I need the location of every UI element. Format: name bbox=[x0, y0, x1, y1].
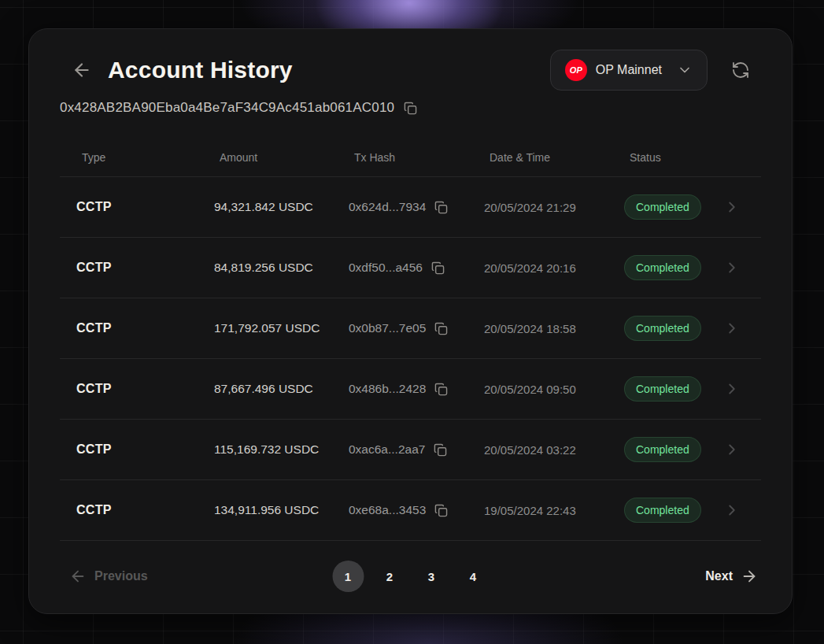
txhash-text: 0xac6a...2aa7 bbox=[349, 442, 425, 457]
copy-txhash-button[interactable] bbox=[433, 381, 449, 398]
next-label: Next bbox=[705, 569, 733, 583]
copy-address-button[interactable] bbox=[402, 100, 419, 117]
copy-icon bbox=[404, 102, 417, 115]
copy-icon bbox=[434, 443, 447, 457]
copy-icon bbox=[434, 383, 448, 396]
cell-amount: 87,667.496 USDC bbox=[198, 382, 332, 396]
network-label: OP Mainnet bbox=[596, 63, 662, 77]
txhash-text: 0x624d...7934 bbox=[349, 200, 426, 214]
card-header: Account History OP OP Mainnet bbox=[29, 29, 792, 91]
cell-status: Completed bbox=[608, 376, 718, 402]
chevron-down-icon bbox=[677, 62, 693, 78]
pagination: Previous 1 2 3 4 Next bbox=[60, 552, 761, 601]
chevron-right-icon bbox=[718, 502, 761, 519]
column-header-datetime: Date & Time bbox=[467, 151, 608, 164]
status-badge: Completed bbox=[624, 194, 701, 220]
cell-datetime: 19/05/2024 22:43 bbox=[467, 504, 608, 517]
txhash-text: 0xe68a...3453 bbox=[349, 503, 426, 517]
copy-icon bbox=[434, 201, 448, 214]
account-history-card: Account History OP OP Mainnet 0x428AB bbox=[28, 28, 793, 614]
status-badge: Completed bbox=[624, 316, 701, 341]
copy-icon bbox=[431, 261, 445, 275]
table-row[interactable]: CCTP 134,911.956 USDC 0xe68a...3453 19/0… bbox=[60, 480, 761, 541]
refresh-icon bbox=[731, 61, 750, 80]
txhash-text: 0x0b87...7e05 bbox=[349, 321, 426, 335]
chevron-right-icon bbox=[718, 441, 761, 458]
cell-status: Completed bbox=[608, 437, 718, 462]
chevron-right-icon bbox=[718, 380, 761, 398]
arrow-left-icon bbox=[72, 60, 92, 80]
cell-txhash: 0x486b...2428 bbox=[332, 381, 467, 398]
chevron-right-icon bbox=[718, 320, 761, 337]
column-header-txhash: Tx Hash bbox=[332, 151, 467, 164]
cell-datetime: 20/05/2024 18:58 bbox=[467, 322, 608, 335]
refresh-button[interactable] bbox=[728, 57, 753, 83]
copy-icon bbox=[434, 504, 448, 517]
page-title: Account History bbox=[108, 57, 293, 83]
cell-datetime: 20/05/2024 21:29 bbox=[467, 201, 608, 214]
page-button-3[interactable]: 3 bbox=[416, 561, 447, 592]
cell-type: CCTP bbox=[60, 442, 198, 457]
chevron-right-icon bbox=[718, 259, 761, 276]
copy-txhash-button[interactable] bbox=[432, 442, 449, 458]
op-network-logo: OP bbox=[565, 59, 587, 81]
address-row: 0x428AB2BA90Eba0a4Be7aF34C9Ac451ab061AC0… bbox=[29, 91, 792, 117]
header-actions: OP OP Mainnet bbox=[550, 50, 753, 91]
cell-type: CCTP bbox=[60, 382, 198, 396]
txhash-text: 0xdf50...a456 bbox=[349, 261, 423, 275]
copy-txhash-button[interactable] bbox=[430, 260, 446, 276]
column-header-status: Status bbox=[608, 151, 718, 164]
page-background: Account History OP OP Mainnet 0x428AB bbox=[0, 0, 824, 644]
transactions-table: Type Amount Tx Hash Date & Time Status C… bbox=[60, 138, 761, 541]
copy-txhash-button[interactable] bbox=[433, 199, 449, 216]
page-button-4[interactable]: 4 bbox=[457, 561, 489, 592]
chevron-right-icon bbox=[718, 198, 761, 216]
cell-status: Completed bbox=[608, 498, 718, 523]
arrow-right-icon bbox=[741, 568, 758, 585]
next-page-button[interactable]: Next bbox=[705, 568, 758, 585]
cell-amount: 115,169.732 USDC bbox=[198, 442, 332, 457]
table-row[interactable]: CCTP 171,792.057 USDC 0x0b87...7e05 20/0… bbox=[60, 298, 761, 359]
page-number-group: 1 2 3 4 bbox=[332, 561, 489, 592]
table-header: Type Amount Tx Hash Date & Time Status bbox=[60, 138, 761, 177]
cell-amount: 134,911.956 USDC bbox=[198, 503, 332, 517]
cell-txhash: 0xdf50...a456 bbox=[332, 260, 467, 276]
status-badge: Completed bbox=[624, 376, 701, 402]
arrow-left-icon bbox=[69, 568, 87, 585]
column-header-amount: Amount bbox=[198, 151, 332, 164]
back-button[interactable] bbox=[68, 57, 95, 83]
cell-datetime: 20/05/2024 20:16 bbox=[467, 261, 608, 275]
cell-amount: 94,321.842 USDC bbox=[198, 200, 332, 214]
table-row[interactable]: CCTP 84,819.256 USDC 0xdf50...a456 20/05… bbox=[60, 238, 761, 298]
status-badge: Completed bbox=[624, 437, 701, 462]
copy-txhash-button[interactable] bbox=[433, 320, 449, 337]
cell-type: CCTP bbox=[60, 321, 198, 335]
cell-amount: 84,819.256 USDC bbox=[198, 261, 332, 275]
txhash-text: 0x486b...2428 bbox=[349, 382, 426, 396]
cell-txhash: 0xe68a...3453 bbox=[332, 502, 467, 519]
cell-datetime: 20/05/2024 09:50 bbox=[467, 383, 608, 396]
copy-icon bbox=[434, 322, 448, 335]
page-button-2[interactable]: 2 bbox=[374, 561, 405, 592]
column-header-type: Type bbox=[60, 151, 198, 164]
cell-txhash: 0x624d...7934 bbox=[332, 199, 467, 216]
cell-type: CCTP bbox=[60, 261, 198, 275]
status-badge: Completed bbox=[624, 498, 701, 523]
cell-status: Completed bbox=[608, 255, 718, 280]
table-row[interactable]: CCTP 87,667.496 USDC 0x486b...2428 20/05… bbox=[60, 359, 761, 420]
previous-page-button[interactable]: Previous bbox=[69, 568, 148, 585]
cell-txhash: 0x0b87...7e05 bbox=[332, 320, 467, 337]
network-selector[interactable]: OP OP Mainnet bbox=[550, 50, 708, 91]
table-row[interactable]: CCTP 94,321.842 USDC 0x624d...7934 20/05… bbox=[60, 177, 761, 238]
page-button-1[interactable]: 1 bbox=[332, 561, 364, 592]
previous-label: Previous bbox=[94, 569, 148, 583]
cell-type: CCTP bbox=[60, 200, 198, 214]
wallet-address: 0x428AB2BA90Eba0a4Be7aF34C9Ac451ab061AC0… bbox=[60, 100, 394, 116]
table-row[interactable]: CCTP 115,169.732 USDC 0xac6a...2aa7 20/0… bbox=[60, 420, 761, 480]
cell-datetime: 20/05/2024 03:22 bbox=[467, 443, 608, 457]
copy-txhash-button[interactable] bbox=[433, 502, 449, 519]
cell-type: CCTP bbox=[60, 503, 198, 517]
cell-txhash: 0xac6a...2aa7 bbox=[332, 442, 467, 458]
cell-amount: 171,792.057 USDC bbox=[198, 321, 332, 335]
status-badge: Completed bbox=[624, 255, 701, 280]
